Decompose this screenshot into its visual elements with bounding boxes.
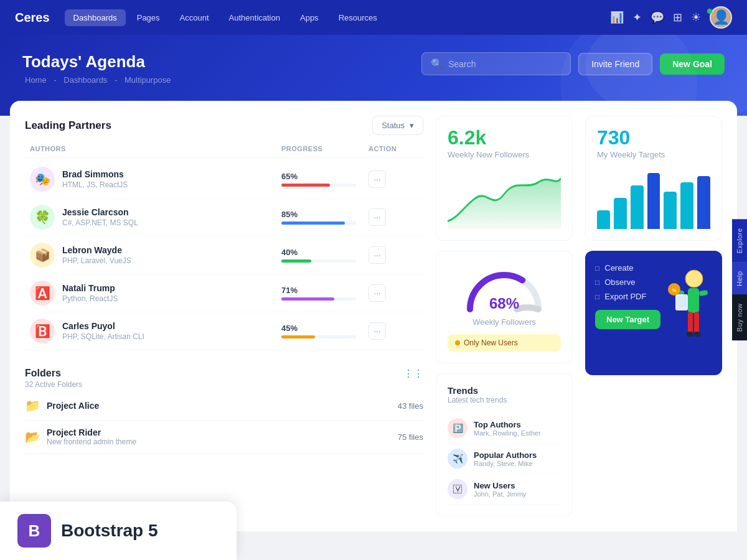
trend-name: Top Authors <box>474 420 541 429</box>
mid-panel: 6.2k Weekly New Followers <box>436 116 573 516</box>
folder-file-count: 75 files <box>398 432 423 442</box>
progress-bar-fill <box>281 184 330 187</box>
search-icon: 🔍 <box>431 58 443 70</box>
targets-label: My Weekly Targets <box>597 150 710 159</box>
targets-bar-chart <box>597 167 710 229</box>
folder-icon: 📁 <box>25 398 40 413</box>
trends-subtitle: Latest tech trends <box>448 396 561 404</box>
action-menu-button[interactable]: ··· <box>369 170 386 188</box>
folder-info: 📂 Project Rider New frontend admin theme <box>25 427 136 446</box>
trend-sub: Mark, Rowling, Esther <box>474 429 541 437</box>
bar-chart-icon[interactable]: 📊 <box>610 11 624 24</box>
nav-dashboards[interactable]: Dashboards <box>65 9 126 26</box>
content-grid: Leading Partners Status ▾ AUTHORS PROGRE… <box>25 116 722 516</box>
trends-card: Trends Latest tech trends 🅿️ Top Authors… <box>436 373 573 516</box>
svg-rect-6 <box>687 332 693 337</box>
gauge-percent: 68% <box>489 295 519 312</box>
breadcrumb-multipurpose: Multipurpose <box>125 75 171 85</box>
promo-list-item: Cereate <box>595 263 712 273</box>
trend-icon: 🇻 <box>448 479 467 499</box>
progress-cell: 45% <box>281 324 369 338</box>
status-dropdown[interactable]: Status ▾ <box>372 116 423 135</box>
grid-icon[interactable]: ⊞ <box>673 11 682 24</box>
folders-list: 📁 Project Alice 43 files 📂 Project Rider… <box>25 391 423 454</box>
progress-bar <box>281 259 356 263</box>
search-input[interactable] <box>448 59 561 69</box>
action-menu-button[interactable]: ··· <box>369 322 386 340</box>
buy-now-tab[interactable]: Buy now <box>732 295 747 341</box>
bar-col <box>697 176 710 229</box>
action-menu-button[interactable]: ··· <box>369 284 386 302</box>
bar-segment <box>597 210 610 229</box>
author-info: 🅰️ Natali Trump Python, ReactJS <box>30 281 281 306</box>
nav-resources[interactable]: Resources <box>330 9 386 26</box>
avatar: 🅱️ <box>30 319 55 343</box>
promo-list-item: Export PDF <box>595 292 712 301</box>
user-avatar[interactable]: 👤 <box>710 6 732 29</box>
author-name: Carles Puyol <box>62 321 144 331</box>
folder-file-count: 43 files <box>398 401 423 411</box>
bar-segment <box>614 198 627 229</box>
gauge-wrap: 68% <box>461 263 548 312</box>
folder-name: Project Alice <box>47 401 99 411</box>
nav-account[interactable]: Account <box>171 9 218 26</box>
folders-section: Folders 32 Active Folders ⋮⋮ 📁 Project A… <box>25 368 423 454</box>
leading-partners-title: Leading Partners <box>25 119 111 132</box>
sun-icon[interactable]: ☀ <box>691 11 701 24</box>
main-content: Leading Partners Status ▾ AUTHORS PROGRE… <box>10 101 737 531</box>
author-info: 🅱️ Carles Puyol PHP, SQLite, Artisan CLI <box>30 319 281 343</box>
progress-percent: 85% <box>281 210 369 219</box>
folders-menu-icon[interactable]: ⋮⋮ <box>403 368 423 380</box>
promo-list: CereateObserveExport PDF <box>595 263 712 301</box>
nav-apps[interactable]: Apps <box>291 9 327 26</box>
chat-icon[interactable]: 💬 <box>651 11 664 24</box>
th-authors: AUTHORS <box>30 145 281 152</box>
th-progress: PROGRESS <box>281 145 369 152</box>
author-info: 🍀 Jessie Clarcson C#, ASP.NET, MS SQL <box>30 205 281 230</box>
progress-bar-fill <box>281 259 311 263</box>
breadcrumb-home: Home <box>25 75 47 85</box>
progress-percent: 65% <box>281 172 369 181</box>
folders-header: Folders 32 Active Folders ⋮⋮ <box>25 368 423 389</box>
action-menu-button[interactable]: ··· <box>369 208 386 226</box>
progress-bar <box>281 222 356 225</box>
nav-links: Dashboards Pages Account Authentication … <box>65 9 610 26</box>
new-goal-button[interactable]: New Goal <box>660 54 725 75</box>
nav-pages[interactable]: Pages <box>128 9 169 26</box>
chevron-down-icon: ▾ <box>410 121 414 130</box>
status-label: Status <box>382 121 405 130</box>
nav-authentication[interactable]: Authentication <box>220 9 289 26</box>
trends-list: 🅿️ Top Authors Mark, Rowling, Esther ✈️ … <box>448 413 561 505</box>
progress-bar <box>281 297 356 301</box>
bar-segment <box>647 173 660 229</box>
action-menu-button[interactable]: ··· <box>369 246 386 264</box>
side-tabs: Explore Help Buy now <box>732 219 747 340</box>
leading-partners-header: Leading Partners Status ▾ <box>25 116 423 135</box>
breadcrumb-dashboards: Dashboards <box>63 75 107 85</box>
progress-cell: 65% <box>281 172 369 187</box>
bar-segment <box>697 176 710 229</box>
svg-rect-7 <box>694 332 700 337</box>
bar-col <box>597 210 610 229</box>
progress-cell: 85% <box>281 210 369 225</box>
bootstrap-icon: B <box>17 514 51 531</box>
new-target-button[interactable]: New Target <box>595 310 660 329</box>
yellow-dot-icon <box>455 340 460 345</box>
author-info: 📦 Lebron Wayde PHP, Laravel, VueJS <box>30 243 281 268</box>
author-name: Natali Trump <box>62 283 118 293</box>
explore-tab[interactable]: Explore <box>732 219 747 262</box>
sparkle-icon[interactable]: ✦ <box>632 11 642 24</box>
table-row: 📦 Lebron Wayde PHP, Laravel, VueJS 40% ·… <box>25 236 423 274</box>
bar-col <box>631 185 644 229</box>
author-info: 🎭 Brad Simmons HTML, JS, ReactJS <box>30 167 281 192</box>
search-box[interactable]: 🔍 <box>421 52 571 75</box>
bootstrap-overlay: B Bootstrap 5 <box>0 502 237 531</box>
list-item: 🇻 New Users John, Pat, Jimmy <box>448 474 561 505</box>
avatar: 🎭 <box>30 167 55 192</box>
help-tab[interactable]: Help <box>732 262 747 295</box>
progress-bar <box>281 335 356 338</box>
avatar: 🍀 <box>30 205 55 230</box>
trend-name: Popular Authors <box>474 450 537 460</box>
progress-percent: 45% <box>281 324 369 333</box>
invite-friend-button[interactable]: Invite Friend <box>578 53 652 75</box>
